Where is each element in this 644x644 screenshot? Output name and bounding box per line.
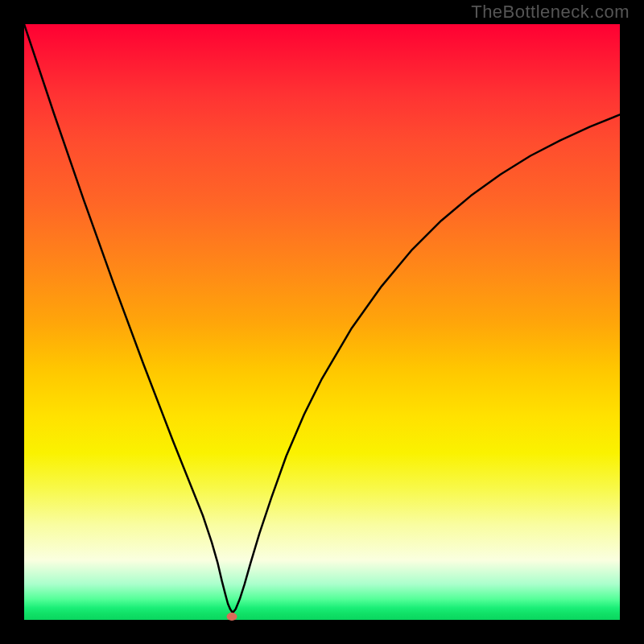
- chart-frame: TheBottleneck.com: [0, 0, 644, 644]
- curve-svg: [24, 24, 620, 620]
- curve-line: [24, 24, 620, 613]
- watermark-text: TheBottleneck.com: [471, 2, 630, 23]
- plot-area: [24, 24, 620, 620]
- min-marker-icon: [227, 613, 237, 621]
